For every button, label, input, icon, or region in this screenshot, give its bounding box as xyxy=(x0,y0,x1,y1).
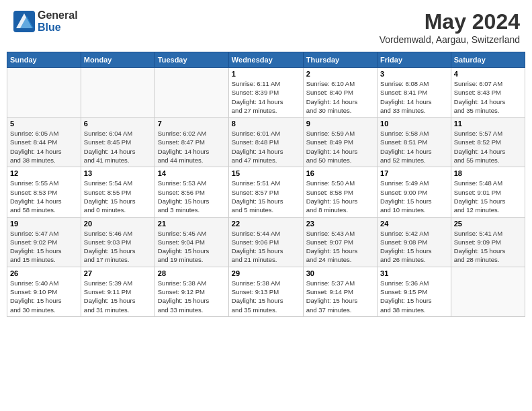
calendar-cell: 8Sunrise: 6:01 AM Sunset: 8:48 PM Daylig… xyxy=(228,118,303,167)
day-number: 22 xyxy=(232,220,300,228)
calendar-cell: 2Sunrise: 6:10 AM Sunset: 8:40 PM Daylig… xyxy=(303,68,377,118)
day-info: Sunrise: 5:54 AM Sunset: 8:55 PM Dayligh… xyxy=(84,179,152,214)
day-info: Sunrise: 5:42 AM Sunset: 9:08 PM Dayligh… xyxy=(380,229,448,265)
day-info: Sunrise: 5:40 AM Sunset: 9:10 PM Dayligh… xyxy=(10,279,78,314)
day-number: 20 xyxy=(84,220,152,228)
day-number: 29 xyxy=(232,269,300,277)
calendar-cell: 9Sunrise: 5:59 AM Sunset: 8:49 PM Daylig… xyxy=(303,118,377,167)
day-number: 13 xyxy=(84,169,152,177)
calendar-cell: 22Sunrise: 5:44 AM Sunset: 9:06 PM Dayli… xyxy=(228,217,303,267)
day-number: 1 xyxy=(232,70,300,78)
day-info: Sunrise: 5:36 AM Sunset: 9:15 PM Dayligh… xyxy=(380,279,448,314)
calendar-cell: 11Sunrise: 5:57 AM Sunset: 8:52 PM Dayli… xyxy=(451,118,525,167)
calendar-cell: 21Sunrise: 5:45 AM Sunset: 9:04 PM Dayli… xyxy=(154,217,228,267)
day-number: 15 xyxy=(232,169,300,177)
day-info: Sunrise: 5:41 AM Sunset: 9:09 PM Dayligh… xyxy=(454,229,522,265)
calendar-cell xyxy=(7,68,81,118)
calendar-cell: 19Sunrise: 5:47 AM Sunset: 9:02 PM Dayli… xyxy=(7,217,81,267)
calendar-week-row: 19Sunrise: 5:47 AM Sunset: 9:02 PM Dayli… xyxy=(7,217,525,267)
day-info: Sunrise: 6:02 AM Sunset: 8:47 PM Dayligh… xyxy=(158,129,226,165)
calendar-cell: 28Sunrise: 5:38 AM Sunset: 9:12 PM Dayli… xyxy=(154,267,228,316)
weekday-header-saturday: Saturday xyxy=(451,52,525,68)
day-info: Sunrise: 5:46 AM Sunset: 9:03 PM Dayligh… xyxy=(84,229,152,265)
calendar-cell: 26Sunrise: 5:40 AM Sunset: 9:10 PM Dayli… xyxy=(7,267,81,316)
calendar-cell: 1Sunrise: 6:11 AM Sunset: 8:39 PM Daylig… xyxy=(228,68,303,118)
calendar-cell: 29Sunrise: 5:38 AM Sunset: 9:13 PM Dayli… xyxy=(228,267,303,316)
day-number: 5 xyxy=(10,120,78,128)
day-number: 28 xyxy=(158,269,226,277)
day-info: Sunrise: 6:07 AM Sunset: 8:43 PM Dayligh… xyxy=(454,79,522,115)
title-section: May 2024 Vordemwald, Aargau, Switzerland xyxy=(380,9,520,45)
day-number: 24 xyxy=(380,220,448,228)
calendar-cell xyxy=(81,68,154,118)
day-number: 14 xyxy=(158,169,226,177)
day-info: Sunrise: 5:38 AM Sunset: 9:12 PM Dayligh… xyxy=(158,279,226,314)
day-number: 21 xyxy=(158,220,226,228)
day-number: 17 xyxy=(380,169,448,177)
day-info: Sunrise: 6:11 AM Sunset: 8:39 PM Dayligh… xyxy=(232,79,300,115)
day-info: Sunrise: 5:48 AM Sunset: 9:01 PM Dayligh… xyxy=(454,179,522,214)
calendar-week-row: 1Sunrise: 6:11 AM Sunset: 8:39 PM Daylig… xyxy=(7,68,525,118)
calendar-cell: 27Sunrise: 5:39 AM Sunset: 9:11 PM Dayli… xyxy=(81,267,154,316)
calendar-cell: 16Sunrise: 5:50 AM Sunset: 8:58 PM Dayli… xyxy=(303,167,377,217)
logo-blue: Blue xyxy=(38,21,78,34)
day-number: 12 xyxy=(10,169,78,177)
day-number: 31 xyxy=(380,269,448,277)
day-info: Sunrise: 5:39 AM Sunset: 9:11 PM Dayligh… xyxy=(84,279,152,314)
weekday-header-wednesday: Wednesday xyxy=(228,52,303,68)
day-number: 27 xyxy=(84,269,152,277)
calendar-cell: 6Sunrise: 6:04 AM Sunset: 8:45 PM Daylig… xyxy=(81,118,154,167)
day-info: Sunrise: 6:10 AM Sunset: 8:40 PM Dayligh… xyxy=(306,79,374,115)
calendar-cell: 3Sunrise: 6:08 AM Sunset: 8:41 PM Daylig… xyxy=(378,68,451,118)
page-header: General Blue May 2024 Vordemwald, Aargau… xyxy=(7,7,525,48)
day-number: 7 xyxy=(158,120,226,128)
day-number: 3 xyxy=(380,70,448,78)
calendar-cell: 31Sunrise: 5:36 AM Sunset: 9:15 PM Dayli… xyxy=(378,267,451,316)
calendar-cell: 23Sunrise: 5:43 AM Sunset: 9:07 PM Dayli… xyxy=(303,217,377,267)
day-info: Sunrise: 5:51 AM Sunset: 8:57 PM Dayligh… xyxy=(232,179,300,214)
calendar-cell: 17Sunrise: 5:49 AM Sunset: 9:00 PM Dayli… xyxy=(378,167,451,217)
calendar-cell: 14Sunrise: 5:53 AM Sunset: 8:56 PM Dayli… xyxy=(154,167,228,217)
calendar-week-row: 26Sunrise: 5:40 AM Sunset: 9:10 PM Dayli… xyxy=(7,267,525,316)
weekday-header-row: SundayMondayTuesdayWednesdayThursdayFrid… xyxy=(7,52,525,68)
day-number: 26 xyxy=(10,269,78,277)
calendar-cell: 10Sunrise: 5:58 AM Sunset: 8:51 PM Dayli… xyxy=(378,118,451,167)
calendar-table: SundayMondayTuesdayWednesdayThursdayFrid… xyxy=(7,52,525,317)
weekday-header-monday: Monday xyxy=(81,52,154,68)
day-info: Sunrise: 5:45 AM Sunset: 9:04 PM Dayligh… xyxy=(158,229,226,265)
day-info: Sunrise: 5:53 AM Sunset: 8:56 PM Dayligh… xyxy=(158,179,226,214)
day-number: 19 xyxy=(10,220,78,228)
logo: General Blue xyxy=(12,9,78,34)
calendar-cell xyxy=(451,267,525,316)
calendar-cell: 5Sunrise: 6:05 AM Sunset: 8:44 PM Daylig… xyxy=(7,118,81,167)
calendar-cell: 30Sunrise: 5:37 AM Sunset: 9:14 PM Dayli… xyxy=(303,267,377,316)
day-info: Sunrise: 6:05 AM Sunset: 8:44 PM Dayligh… xyxy=(10,129,78,165)
day-info: Sunrise: 5:50 AM Sunset: 8:58 PM Dayligh… xyxy=(306,179,374,214)
calendar-cell: 12Sunrise: 5:55 AM Sunset: 8:53 PM Dayli… xyxy=(7,167,81,217)
day-number: 2 xyxy=(306,70,374,78)
day-number: 9 xyxy=(306,120,374,128)
day-number: 4 xyxy=(454,70,522,78)
calendar-cell: 7Sunrise: 6:02 AM Sunset: 8:47 PM Daylig… xyxy=(154,118,228,167)
day-number: 6 xyxy=(84,120,152,128)
weekday-header-friday: Friday xyxy=(378,52,451,68)
calendar-cell: 15Sunrise: 5:51 AM Sunset: 8:57 PM Dayli… xyxy=(228,167,303,217)
calendar-cell: 25Sunrise: 5:41 AM Sunset: 9:09 PM Dayli… xyxy=(451,217,525,267)
calendar-cell: 13Sunrise: 5:54 AM Sunset: 8:55 PM Dayli… xyxy=(81,167,154,217)
calendar-week-row: 12Sunrise: 5:55 AM Sunset: 8:53 PM Dayli… xyxy=(7,167,525,217)
day-info: Sunrise: 6:08 AM Sunset: 8:41 PM Dayligh… xyxy=(380,79,448,115)
day-info: Sunrise: 6:04 AM Sunset: 8:45 PM Dayligh… xyxy=(84,129,152,165)
day-number: 8 xyxy=(232,120,300,128)
day-info: Sunrise: 5:55 AM Sunset: 8:53 PM Dayligh… xyxy=(10,179,78,214)
day-number: 16 xyxy=(306,169,374,177)
day-number: 10 xyxy=(380,120,448,128)
day-info: Sunrise: 5:58 AM Sunset: 8:51 PM Dayligh… xyxy=(380,129,448,165)
day-number: 18 xyxy=(454,169,522,177)
calendar-cell xyxy=(154,68,228,118)
day-info: Sunrise: 5:38 AM Sunset: 9:13 PM Dayligh… xyxy=(232,279,300,314)
location-subtitle: Vordemwald, Aargau, Switzerland xyxy=(380,34,520,45)
day-number: 30 xyxy=(306,269,374,277)
weekday-header-tuesday: Tuesday xyxy=(154,52,228,68)
day-number: 23 xyxy=(306,220,374,228)
day-number: 11 xyxy=(454,120,522,128)
